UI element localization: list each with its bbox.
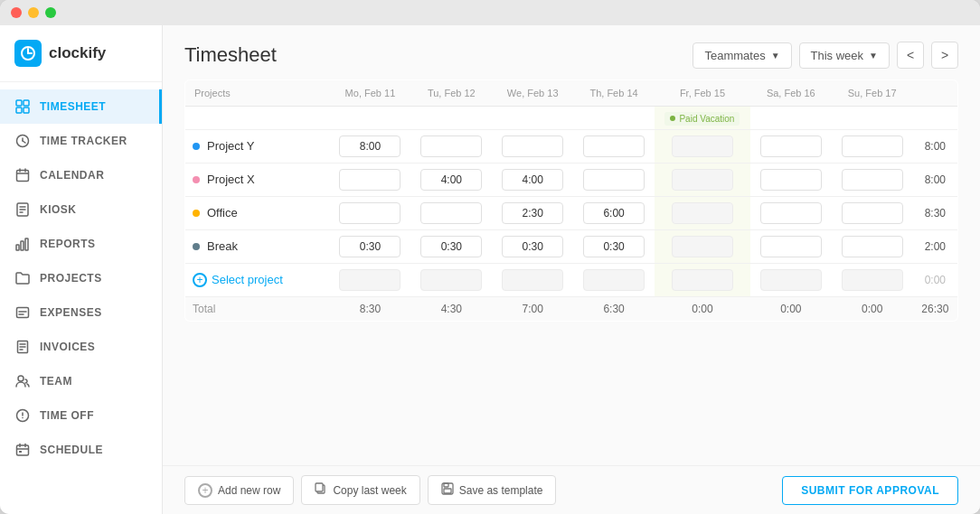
submit-approval-button[interactable]: SUBMIT FOR APPROVAL <box>782 476 958 505</box>
project-x-th-input[interactable] <box>583 169 645 191</box>
svg-rect-20 <box>25 238 28 250</box>
break-fr-input[interactable] <box>672 236 733 257</box>
total-grand: 26:30 <box>913 296 958 321</box>
project-x-su <box>832 163 913 196</box>
maximize-dot[interactable] <box>45 7 56 18</box>
select-th-input[interactable] <box>583 269 645 291</box>
vacation-row: Paid Vacation <box>185 107 958 130</box>
break-fr <box>655 229 750 263</box>
svg-rect-4 <box>24 100 29 106</box>
vacation-mo <box>330 107 411 130</box>
project-y-sa-input[interactable] <box>760 136 822 157</box>
sidebar-item-timesheet[interactable]: TIMESHEET <box>0 89 162 124</box>
week-dropdown[interactable]: This week ▼ <box>799 42 890 69</box>
copy-last-week-label: Copy last week <box>333 484 406 497</box>
break-th-input[interactable] <box>583 236 645 257</box>
sidebar-item-calendar[interactable]: CALENDAR <box>0 158 162 192</box>
select-project-link[interactable]: + Select project <box>193 273 323 287</box>
sidebar-item-kiosk[interactable]: KIOSK <box>0 192 162 227</box>
break-we <box>492 229 573 263</box>
sidebar-label-expenses: EXPENSES <box>40 306 102 319</box>
next-week-button[interactable]: > <box>931 42 958 69</box>
break-tu <box>410 229 492 263</box>
main-footer: + Add new row Copy last week <box>163 465 980 514</box>
minimize-dot[interactable] <box>28 7 39 18</box>
select-su-input[interactable] <box>842 269 903 291</box>
office-fr-input[interactable] <box>672 202 733 224</box>
save-template-button[interactable]: Save as template <box>428 475 557 505</box>
vacation-sa <box>750 107 832 130</box>
break-su-input[interactable] <box>842 236 903 257</box>
timesheet-table: Projects Mo, Feb 11 Tu, Feb 12 We, Feb 1… <box>184 79 958 322</box>
office-sa-input[interactable] <box>760 202 822 224</box>
total-tu: 4:30 <box>410 296 492 321</box>
project-y-th-input[interactable] <box>583 136 645 157</box>
close-dot[interactable] <box>11 7 22 18</box>
project-x-tu-input[interactable] <box>420 169 482 191</box>
project-x-su-input[interactable] <box>842 169 903 191</box>
project-y-fr-input[interactable] <box>672 136 733 157</box>
select-sa-input[interactable] <box>760 269 822 291</box>
select-sa <box>750 263 832 296</box>
sidebar-item-schedule[interactable]: SCHEDULE <box>0 433 162 467</box>
submit-label: SUBMIT FOR APPROVAL <box>801 484 939 497</box>
project-x-we-input[interactable] <box>502 169 563 191</box>
prev-week-button[interactable]: < <box>897 42 924 69</box>
sidebar-item-reports[interactable]: REPORTS <box>0 227 162 261</box>
sidebar-label-time-tracker: TIME TRACKER <box>40 135 127 147</box>
select-mo-input[interactable] <box>339 269 400 291</box>
table-row: Project X 8:00 <box>185 163 958 196</box>
project-y-su-input[interactable] <box>842 136 903 157</box>
svg-rect-32 <box>17 445 29 455</box>
timesheet-container: Projects Mo, Feb 11 Tu, Feb 12 We, Feb 1… <box>163 79 980 465</box>
break-sa-input[interactable] <box>760 236 822 257</box>
office-th-input[interactable] <box>583 202 645 224</box>
break-mo-input[interactable] <box>339 236 400 257</box>
sidebar-item-team[interactable]: TEAM <box>0 364 162 398</box>
office-we-input[interactable] <box>502 202 563 224</box>
svg-rect-41 <box>444 489 451 493</box>
sidebar-label-schedule: SCHEDULE <box>40 444 103 456</box>
sidebar-item-expenses[interactable]: EXPENSES <box>0 295 162 330</box>
break-su <box>832 229 913 263</box>
project-x-mo <box>330 163 411 196</box>
total-fr: 0:00 <box>655 296 750 321</box>
project-x-dot <box>193 176 200 183</box>
break-tu-input[interactable] <box>420 236 482 257</box>
break-we-input[interactable] <box>502 236 563 257</box>
sidebar-label-projects: PROJECTS <box>40 272 102 285</box>
sidebar-item-projects[interactable]: PROJECTS <box>0 261 162 295</box>
office-mo-input[interactable] <box>339 202 400 224</box>
project-y-tu-input[interactable] <box>420 136 482 157</box>
sidebar: clockify TIMESHEET <box>0 25 163 514</box>
office-su-input[interactable] <box>842 202 903 224</box>
vacation-fr: Paid Vacation <box>655 107 750 130</box>
project-y-label: Project Y <box>207 139 255 153</box>
select-tu-input[interactable] <box>420 269 482 291</box>
office-sa <box>750 196 832 229</box>
invoices-icon <box>14 339 31 355</box>
project-x-sa-input[interactable] <box>760 169 822 191</box>
select-fr-input[interactable] <box>672 269 733 291</box>
sidebar-item-time-tracker[interactable]: TIME TRACKER <box>0 124 162 158</box>
project-y-sa <box>750 129 832 163</box>
select-project-cell: + Select project <box>185 263 330 296</box>
select-mo <box>330 263 411 296</box>
project-x-mo-input[interactable] <box>339 169 400 191</box>
teammates-dropdown[interactable]: Teammates ▼ <box>693 42 791 69</box>
copy-last-week-button[interactable]: Copy last week <box>301 475 419 505</box>
total-th: 6:30 <box>573 296 655 321</box>
sidebar-item-time-off[interactable]: TIME OFF <box>0 398 162 433</box>
kiosk-icon <box>14 201 31 218</box>
col-header-tu: Tu, Feb 12 <box>410 80 492 107</box>
sidebar-item-invoices[interactable]: INVOICES <box>0 330 162 364</box>
svg-point-31 <box>22 417 24 419</box>
add-new-row-button[interactable]: + Add new row <box>184 476 294 505</box>
break-mo <box>330 229 411 263</box>
select-we-input[interactable] <box>502 269 563 291</box>
project-y-mo-input[interactable] <box>339 136 400 157</box>
office-tu-input[interactable] <box>420 202 482 224</box>
project-x-fr-input[interactable] <box>672 169 733 191</box>
project-y-we-input[interactable] <box>502 136 563 157</box>
table-header-row: Projects Mo, Feb 11 Tu, Feb 12 We, Feb 1… <box>185 80 958 107</box>
